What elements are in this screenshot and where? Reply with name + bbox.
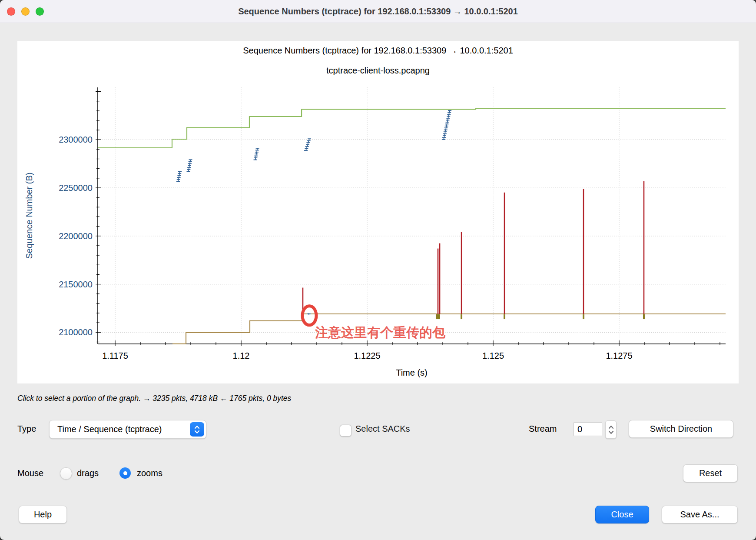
graph-hint-status-text: Click to select a portion of the graph. … bbox=[17, 394, 291, 403]
stream-stepper[interactable] bbox=[605, 420, 617, 439]
mouse-drags-radio[interactable] bbox=[60, 467, 72, 480]
close-button[interactable]: Close bbox=[595, 506, 649, 523]
svg-text:1.125: 1.125 bbox=[482, 351, 504, 360]
window-title: Sequence Numbers (tcptrace) for 192.168.… bbox=[238, 7, 518, 17]
svg-text:1.1175: 1.1175 bbox=[102, 351, 128, 360]
svg-text:2250000: 2250000 bbox=[59, 183, 93, 193]
mouse-zooms-radio[interactable] bbox=[119, 467, 131, 479]
axis-ticks bbox=[96, 91, 720, 346]
tcptrace-graph-window: Sequence Numbers (tcptrace) for 192.168.… bbox=[0, 0, 756, 540]
graph-type-value: Time / Sequence (tcptrace) bbox=[50, 424, 190, 434]
series-ack-line bbox=[172, 314, 726, 344]
annotation-text: 注意这里有个重传的包 bbox=[315, 325, 446, 340]
stream-input[interactable] bbox=[574, 422, 602, 436]
stream-label: Stream bbox=[529, 420, 557, 438]
mouse-drags-label[interactable]: drags bbox=[77, 464, 99, 482]
traffic-lights bbox=[7, 0, 44, 23]
select-sacks-checkbox[interactable] bbox=[340, 425, 351, 437]
graph-type-dropdown[interactable]: Time / Sequence (tcptrace) bbox=[49, 420, 206, 439]
switch-direction-button[interactable]: Switch Direction bbox=[629, 420, 733, 438]
grid-lines bbox=[98, 87, 726, 344]
chevron-down-icon bbox=[608, 430, 614, 434]
minimize-window-icon[interactable] bbox=[21, 7, 30, 16]
select-sacks-label[interactable]: Select SACKs bbox=[355, 420, 410, 438]
svg-text:1.12: 1.12 bbox=[233, 351, 250, 360]
help-button[interactable]: Help bbox=[19, 506, 67, 523]
mouse-zooms-label[interactable]: zooms bbox=[137, 464, 162, 482]
tcptrace-plot[interactable]: 1.11751.121.12251.1251.12752100000215000… bbox=[17, 41, 739, 383]
chevron-up-icon bbox=[608, 425, 614, 429]
close-window-icon[interactable] bbox=[7, 7, 15, 16]
svg-text:2100000: 2100000 bbox=[59, 327, 93, 337]
x-axis-title: Time (s) bbox=[396, 368, 428, 377]
chevron-up-down-icon bbox=[190, 422, 204, 437]
series-retransmission-spikes bbox=[303, 181, 644, 314]
axis-tick-labels: 1.11751.121.12251.1251.12752100000215000… bbox=[24, 135, 633, 377]
svg-text:2150000: 2150000 bbox=[59, 280, 93, 289]
svg-text:1.1225: 1.1225 bbox=[354, 351, 380, 360]
svg-text:1.1275: 1.1275 bbox=[606, 351, 632, 360]
type-label: Type bbox=[17, 420, 36, 438]
reset-button[interactable]: Reset bbox=[683, 464, 738, 482]
svg-text:2200000: 2200000 bbox=[59, 231, 93, 241]
retransmission-annotation: 注意这里有个重传的包 bbox=[302, 306, 446, 340]
series-dup-ack-marks bbox=[436, 314, 645, 319]
save-as-button[interactable]: Save As... bbox=[662, 506, 738, 523]
axes bbox=[98, 87, 726, 344]
mouse-label: Mouse bbox=[17, 464, 43, 482]
highlight-circle bbox=[302, 306, 316, 325]
series-receive-window-line bbox=[98, 108, 726, 148]
y-axis-title: Sequence Number (B) bbox=[24, 173, 34, 259]
zoom-window-icon[interactable] bbox=[36, 7, 44, 16]
chart-panel: Sequence Numbers (tcptrace) for 192.168.… bbox=[17, 41, 739, 383]
titlebar: Sequence Numbers (tcptrace) for 192.168.… bbox=[0, 0, 756, 23]
svg-text:2300000: 2300000 bbox=[59, 135, 93, 144]
